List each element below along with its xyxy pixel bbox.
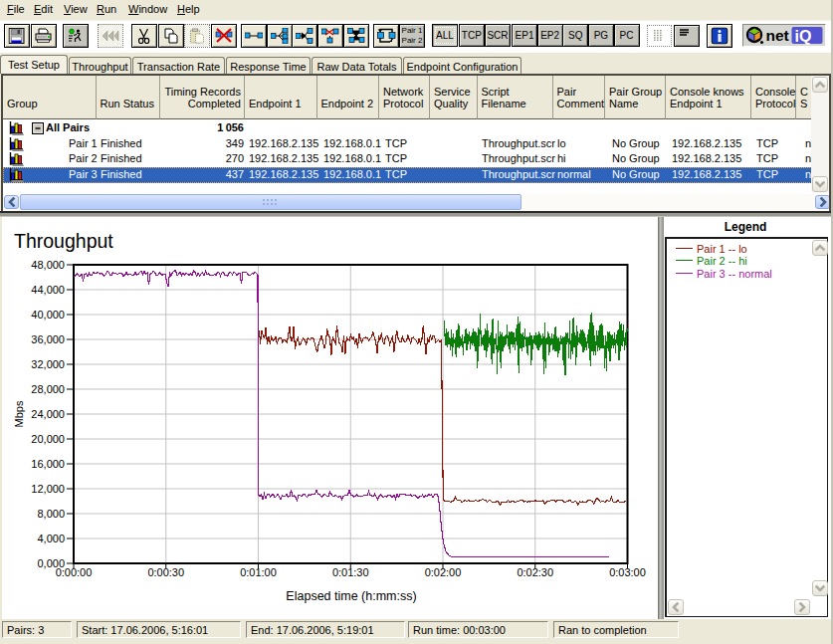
svg-text:Mbps: Mbps — [13, 400, 25, 427]
svg-text:iQ: iQ — [795, 28, 812, 45]
svg-text:24,000: 24,000 — [31, 408, 65, 420]
svg-text:20,000: 20,000 — [31, 433, 65, 445]
svg-text:net: net — [766, 27, 789, 44]
svg-text:40,000: 40,000 — [31, 309, 65, 321]
svg-text:0:01:00: 0:01:00 — [240, 566, 277, 578]
svg-text:0:02:00: 0:02:00 — [425, 566, 462, 578]
svg-text:44,000: 44,000 — [31, 284, 65, 296]
svg-text:0:02:30: 0:02:30 — [517, 566, 553, 578]
svg-text:Throughput: Throughput — [14, 230, 113, 252]
svg-text:0:03:00: 0:03:00 — [609, 566, 646, 578]
svg-text:0:00:30: 0:00:30 — [147, 566, 184, 578]
svg-text:0:01:30: 0:01:30 — [332, 566, 369, 578]
svg-text:36,000: 36,000 — [31, 333, 65, 345]
svg-text:12,000: 12,000 — [31, 483, 65, 495]
svg-text:16,000: 16,000 — [31, 458, 65, 470]
svg-text:4,000: 4,000 — [37, 533, 65, 544]
svg-text:28,000: 28,000 — [31, 383, 65, 395]
svg-text:0:00:00: 0:00:00 — [56, 566, 93, 578]
svg-text:8,000: 8,000 — [37, 508, 65, 520]
svg-text:32,000: 32,000 — [31, 358, 65, 370]
svg-text:Elapsed time (h:mm:ss): Elapsed time (h:mm:ss) — [286, 589, 416, 603]
svg-text:48,000: 48,000 — [31, 259, 65, 271]
